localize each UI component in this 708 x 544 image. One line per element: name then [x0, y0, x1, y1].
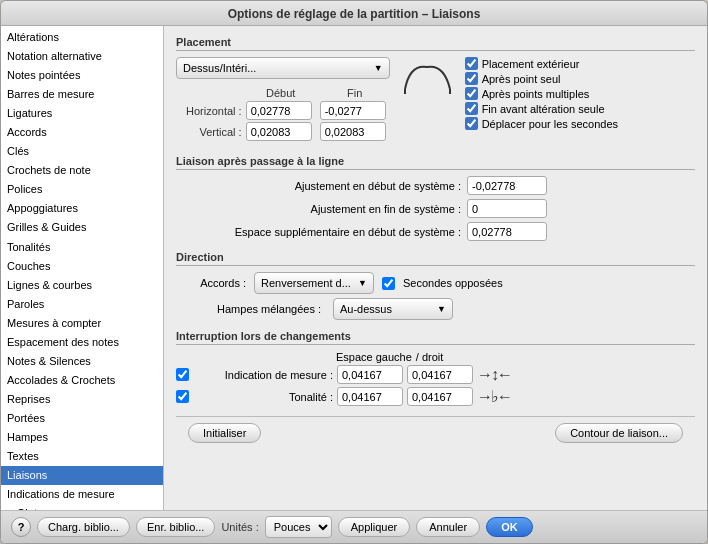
vertical-debut-input[interactable]: [246, 122, 312, 141]
sidebar-item[interactable]: Portées: [1, 409, 163, 428]
hampes-label: Hampes mélangées :: [176, 303, 321, 315]
sidebar-item[interactable]: Indications de mesure: [1, 485, 163, 504]
sidebar-item[interactable]: Crochets de note: [1, 161, 163, 180]
sidebar-item[interactable]: Couches: [1, 257, 163, 276]
ajustement-fin-label: Ajustement en fin de système :: [176, 203, 461, 215]
sidebar-item[interactable]: Notation alternative: [1, 47, 163, 66]
sidebar-item[interactable]: Appoggiatures: [1, 199, 163, 218]
sidebar-item[interactable]: Accords: [1, 123, 163, 142]
hampes-row: Hampes mélangées : Au-dessus ▼: [176, 298, 695, 320]
placement-checkbox[interactable]: [465, 87, 478, 100]
sidebar-item[interactable]: Accolades & Crochets: [1, 371, 163, 390]
bottom-buttons: Initialiser Contour de liaison...: [176, 416, 695, 447]
placement-checkbox-label: Placement extérieur: [482, 58, 580, 70]
appliquer-button[interactable]: Appliquer: [338, 517, 410, 537]
annuler-button[interactable]: Annuler: [416, 517, 480, 537]
ok-button[interactable]: OK: [486, 517, 533, 537]
footer: ? Charg. biblio... Enr. biblio... Unités…: [1, 510, 707, 543]
placement-checkbox[interactable]: [465, 102, 478, 115]
placement-checkbox-row: Après points multiples: [465, 87, 618, 100]
espace-row: Espace supplémentaire en début de systèm…: [176, 222, 695, 241]
horizontal-fin-input[interactable]: [320, 101, 386, 120]
liaison-section: Liaison après passage à la ligne Ajustem…: [176, 155, 695, 241]
tonalite-label: Tonalité :: [193, 391, 333, 403]
placement-checkbox-label: Déplacer pour les secondes: [482, 118, 618, 130]
placement-checkbox-row: Placement extérieur: [465, 57, 618, 70]
horizontal-debut-input[interactable]: [246, 101, 312, 120]
horizontal-label: Horizontal :: [186, 105, 242, 117]
placement-grid: Début Fin Horizontal : Vertical :: [186, 87, 390, 141]
charg-biblio-button[interactable]: Charg. biblio...: [37, 517, 130, 537]
sidebar-item[interactable]: Notes & Silences: [1, 352, 163, 371]
title-bar: Options de réglage de la partition – Lia…: [1, 1, 707, 26]
sidebar-item[interactable]: Paroles: [1, 295, 163, 314]
liaison-title: Liaison après passage à la ligne: [176, 155, 695, 170]
sidebar-item[interactable]: Espacement des notes: [1, 333, 163, 352]
vertical-fin-input[interactable]: [320, 122, 386, 141]
hampes-arrow-icon: ▼: [437, 304, 446, 314]
sidebar-item[interactable]: Reprises: [1, 390, 163, 409]
sidebar-item[interactable]: Hampes: [1, 428, 163, 447]
sidebar-item[interactable]: Polices: [1, 180, 163, 199]
tonalite-checkbox[interactable]: [176, 390, 189, 403]
fin-header: Fin: [320, 87, 390, 99]
indication-gauche-input[interactable]: [337, 365, 403, 384]
sidebar-item[interactable]: Tonalités: [1, 238, 163, 257]
indication-symbol: →↕←: [477, 366, 511, 384]
hampes-dropdown[interactable]: Au-dessus ▼: [333, 298, 453, 320]
help-button[interactable]: ?: [11, 517, 31, 537]
placement-checkbox[interactable]: [465, 72, 478, 85]
sidebar-item[interactable]: Clés: [1, 142, 163, 161]
placement-checkboxes: Placement extérieurAprès point seulAprès…: [465, 57, 618, 130]
indication-row: Indication de mesure : →↕←: [176, 365, 695, 384]
accords-row: Accords : Renversement d... ▼ Secondes o…: [176, 272, 695, 294]
espace-label: Espace supplémentaire en début de systèm…: [176, 226, 461, 238]
espace-input[interactable]: [467, 222, 547, 241]
enr-biblio-button[interactable]: Enr. biblio...: [136, 517, 215, 537]
contour-button[interactable]: Contour de liaison...: [555, 423, 683, 443]
sidebar-item[interactable]: Textes: [1, 447, 163, 466]
sidebar-item[interactable]: Ligatures: [1, 104, 163, 123]
initialiser-button[interactable]: Initialiser: [188, 423, 261, 443]
placement-checkbox-label: Après points multiples: [482, 88, 590, 100]
placement-checkbox-row: Déplacer pour les secondes: [465, 117, 618, 130]
sidebar-item[interactable]: Liaisons: [1, 466, 163, 485]
placement-checkbox[interactable]: [465, 117, 478, 130]
ajustement-debut-row: Ajustement en début de système :: [176, 176, 695, 195]
sidebar-item[interactable]: Altérations: [1, 28, 163, 47]
espace-gauche-label: Espace gauche: [336, 351, 412, 363]
tonalite-gauche-input[interactable]: [337, 387, 403, 406]
secondes-checkbox[interactable]: [382, 277, 395, 290]
window-title: Options de réglage de la partition – Lia…: [228, 7, 481, 21]
ajustement-fin-input[interactable]: [467, 199, 547, 218]
unites-select[interactable]: Pouces: [265, 516, 332, 538]
sidebar-item[interactable]: Mesures à compter: [1, 314, 163, 333]
sidebar-item[interactable]: Barres de mesure: [1, 85, 163, 104]
accords-dropdown[interactable]: Renversement d... ▼: [254, 272, 374, 294]
placement-checkbox-label: Après point seul: [482, 73, 561, 85]
main-window: Options de réglage de la partition – Lia…: [0, 0, 708, 544]
placement-checkbox-label: Fin avant altération seule: [482, 103, 605, 115]
indication-checkbox[interactable]: [176, 368, 189, 381]
ajustement-debut-label: Ajustement en début de système :: [176, 180, 461, 192]
tonalite-symbol: →♭←: [477, 387, 511, 406]
sidebar-item[interactable]: Grilles & Guides: [1, 218, 163, 237]
tonalite-droit-input[interactable]: [407, 387, 473, 406]
sidebar-item[interactable]: Notes pointées: [1, 66, 163, 85]
interr-header: Espace gauche / droit: [336, 351, 695, 363]
dropdown-arrow-icon: ▼: [374, 63, 383, 73]
secondes-label: Secondes opposées: [403, 277, 503, 289]
indication-droit-input[interactable]: [407, 365, 473, 384]
sidebar: AltérationsNotation alternativeNotes poi…: [1, 26, 164, 510]
direction-title: Direction: [176, 251, 695, 266]
sidebar-item[interactable]: Lignes & courbes: [1, 276, 163, 295]
ajustement-fin-row: Ajustement en fin de système :: [176, 199, 695, 218]
main-content: Placement Dessus/Intéri... ▼ Début Fin H…: [164, 26, 707, 510]
placement-checkbox[interactable]: [465, 57, 478, 70]
ajustement-debut-input[interactable]: [467, 176, 547, 195]
accords-label: Accords :: [176, 277, 246, 289]
placement-checkbox-row: Après point seul: [465, 72, 618, 85]
placement-title: Placement: [176, 36, 695, 51]
dessus-dropdown[interactable]: Dessus/Intéri... ▼: [176, 57, 390, 79]
interruption-title: Interruption lors de changements: [176, 330, 695, 345]
